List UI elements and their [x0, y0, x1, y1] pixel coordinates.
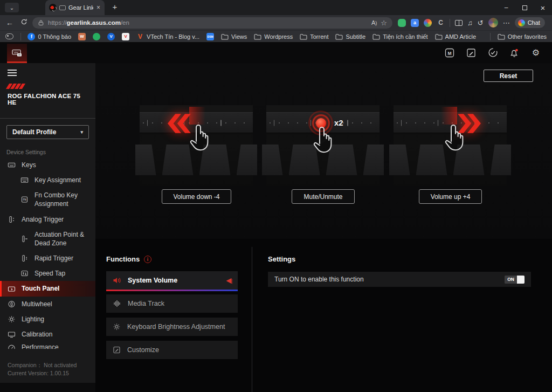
bookmark-folder-torrent[interactable]: Torrent: [300, 33, 328, 40]
function-item-system-volume[interactable]: System Volume ◀: [106, 271, 238, 290]
bookmark-w[interactable]: W: [78, 33, 86, 40]
function-item-keyboard-brightness[interactable]: Keyboard Brightness Adjustment: [106, 318, 238, 336]
tab-close-icon[interactable]: ×: [96, 4, 101, 11]
extension-green-icon[interactable]: [398, 19, 406, 27]
sidebar-item-performance[interactable]: Performance: [0, 342, 95, 349]
sidebar-item-multiwheel[interactable]: Multiwheel: [0, 297, 95, 312]
lock-icon: [38, 19, 44, 26]
bookmark-folder-amd[interactable]: AMD Article: [435, 33, 476, 40]
sidebar-item-analog-trigger[interactable]: Analog Trigger: [0, 212, 95, 227]
bookmark-blue-v[interactable]: V: [107, 33, 115, 40]
sidebar-item-actuation-point[interactable]: Actuation Point & Dead Zone: [0, 227, 95, 251]
blue-v-site-icon: V: [107, 33, 115, 40]
edit-assign-button[interactable]: [466, 47, 477, 58]
favorites-hub-icon[interactable]: [5, 33, 13, 39]
favorite-star-icon[interactable]: ☆: [381, 19, 387, 27]
pointing-hand-icon: [308, 123, 337, 159]
copilot-chat-button[interactable]: Chat: [515, 17, 545, 28]
profile-avatar[interactable]: [488, 18, 498, 27]
calibration-icon: [8, 331, 16, 338]
green-site-icon: [93, 33, 100, 40]
bookmark-folder-subtitle[interactable]: Subtitle: [335, 33, 365, 40]
profile-dropdown[interactable]: Default Profile ▾: [6, 125, 89, 139]
bookmark-facebook[interactable]: f0 Thông báo: [27, 33, 71, 40]
minimize-button[interactable]: –: [497, 0, 515, 15]
mute-unmute-button[interactable]: Mute/Unmute: [292, 189, 355, 204]
back-button[interactable]: ←: [4, 18, 15, 27]
tab-search-button[interactable]: ⌄: [5, 3, 19, 12]
reset-button[interactable]: Reset: [484, 70, 533, 82]
functions-title: Functions i: [106, 255, 151, 263]
hamburger-menu-icon[interactable]: [8, 70, 17, 76]
media-track-icon: [113, 300, 121, 307]
maximize-icon: [522, 5, 527, 10]
split-screen-icon[interactable]: [455, 20, 463, 26]
companion-status: Companion： Not activated: [8, 361, 77, 370]
customize-icon: [113, 346, 121, 354]
media-hub-icon[interactable]: ♫: [467, 19, 473, 27]
enable-toggle[interactable]: ON: [505, 276, 525, 284]
more-menu-icon[interactable]: ⋯: [503, 19, 510, 27]
device-tab-keyboard[interactable]: [7, 44, 27, 63]
extension-c-icon[interactable]: C: [437, 19, 445, 27]
settings-gear-button[interactable]: ⚙: [530, 47, 541, 58]
pointing-hand-icon: [440, 121, 469, 157]
browser-window: ⌄ Gear Link × + – × ← https://gearlink.a…: [0, 0, 552, 392]
bookmark-folder-wordpress[interactable]: Wordpress: [254, 33, 293, 40]
selected-arrow-icon: ◀: [226, 277, 231, 284]
app-header-icons: M ⚙: [444, 42, 541, 63]
address-bar[interactable]: https://gearlink.asus.com/en A) ☆: [32, 17, 392, 29]
update-check-button[interactable]: [487, 47, 498, 58]
read-aloud-icon[interactable]: A): [371, 19, 377, 26]
swipe-right-illustration: [394, 105, 507, 186]
system-volume-icon: [113, 277, 121, 284]
gearlink-favicon: [49, 4, 57, 11]
sidebar-item-keys[interactable]: Keys: [0, 157, 95, 173]
bottom-panel: Functions i System Volume ◀ Media Track …: [95, 239, 552, 392]
notifications-button[interactable]: [509, 47, 520, 58]
sidebar-item-speed-tap[interactable]: Speed Tap: [0, 266, 95, 281]
folder-icon: [254, 33, 261, 40]
volume-down-button[interactable]: Volume down -4: [162, 189, 231, 204]
sidebar-item-touch-panel[interactable]: Touch Panel: [0, 281, 95, 296]
chevron-down-icon: ▾: [80, 129, 83, 135]
extensions-row: a C ♫ ↺ ⋯ Chat: [398, 17, 545, 28]
macro-icon: M: [445, 48, 454, 58]
key-assignment-icon: [20, 176, 29, 184]
sidebar-item-rapid-trigger[interactable]: Rapid Trigger: [0, 251, 95, 266]
bookmark-vtech[interactable]: VVTech Tín - Blog v...: [136, 33, 199, 40]
bookmarks-divider: [490, 33, 491, 40]
bookmark-red-v[interactable]: V: [122, 33, 129, 40]
settings-title: Settings: [268, 255, 295, 263]
device-name: ROG FALCHION ACE 75 HE: [8, 93, 88, 106]
device-settings-label: Device Settings: [6, 149, 95, 155]
enable-function-label: Turn ON to enable this function: [274, 276, 364, 283]
extension-colorful-icon[interactable]: [424, 19, 432, 27]
bookmark-folder-views[interactable]: Views: [221, 33, 247, 40]
bookmarks-bar: f0 Thông báo W V V VVTech Tín - Blog v..…: [0, 30, 552, 42]
bookmark-folder-tienich[interactable]: Tiện ích cần thiết: [372, 33, 427, 40]
sidebar-item-key-assignment[interactable]: Key Assignment: [0, 173, 95, 188]
info-icon[interactable]: i: [144, 256, 151, 263]
sidebar-item-lighting[interactable]: Lighting: [0, 312, 95, 327]
other-favorites[interactable]: Other favorites: [498, 33, 547, 40]
sidebar-item-fn-combo[interactable]: FN Fn Combo Key Assignment: [0, 188, 95, 211]
toolbar-divider: [450, 19, 450, 27]
multiwheel-icon: [8, 300, 16, 308]
bookmark-dsm[interactable]: DSM: [206, 33, 214, 40]
function-item-media-track[interactable]: Media Track: [106, 294, 238, 313]
new-tab-button[interactable]: +: [109, 2, 120, 11]
refresh-button[interactable]: [18, 18, 29, 27]
bookmark-green[interactable]: [93, 33, 100, 40]
macro-button[interactable]: M: [444, 47, 455, 58]
volume-up-button[interactable]: Volume up +4: [419, 189, 482, 204]
close-button[interactable]: ×: [534, 0, 552, 15]
browser-tab[interactable]: Gear Link ×: [45, 0, 105, 15]
translate-icon[interactable]: a: [411, 19, 419, 27]
svg-text:FN: FN: [23, 198, 26, 201]
sidebar-item-calibration[interactable]: Calibration: [0, 327, 95, 342]
function-item-customize[interactable]: Customize: [106, 341, 238, 359]
maximize-button[interactable]: [515, 0, 534, 15]
touch-panel-icon: [8, 285, 16, 293]
history-icon[interactable]: ↺: [478, 19, 484, 27]
